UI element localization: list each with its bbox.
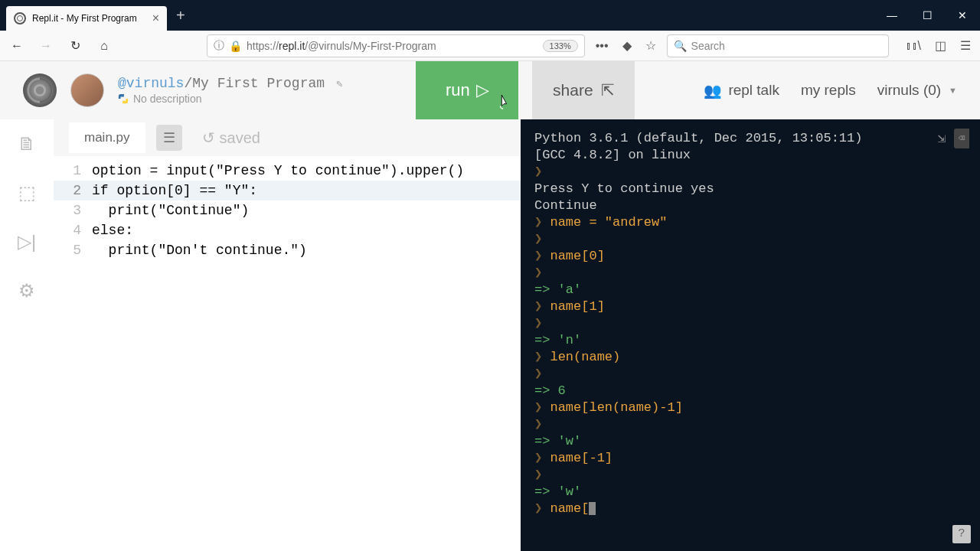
console-line: ❯ (534, 164, 966, 181)
people-icon: 👥 (704, 82, 722, 99)
back-button[interactable]: ← (6, 35, 28, 57)
history-icon: ↺ (202, 129, 215, 147)
chevron-down-icon: ▼ (949, 86, 957, 95)
editor-tab-bar: main.py ☰ ↺ saved (54, 119, 521, 156)
main-area: 🗎 ⬚ ▷| ⚙ main.py ☰ ↺ saved 1 2 3 4 5 opt… (0, 119, 980, 551)
console-line: ❯ (534, 265, 966, 282)
console-line: Continue (534, 197, 966, 214)
project-info: @virnuls/My First Program ✎ No descripti… (118, 76, 342, 105)
console-line: ❯ (534, 231, 966, 248)
console-line: ❯ name[0] (534, 248, 966, 265)
saved-indicator: ↺ saved (202, 129, 260, 147)
repl-talk-link[interactable]: 👥 repl talk (704, 82, 779, 99)
bookmark-star-icon[interactable]: ☆ (642, 38, 659, 53)
console-line: => 'w' (534, 484, 966, 500)
window-controls: — ☐ ✕ (874, 0, 980, 31)
line-gutter: 1 2 3 4 5 (54, 161, 92, 551)
project-name: My First Program (192, 76, 325, 91)
app-header: @virnuls/My First Program ✎ No descripti… (0, 61, 980, 119)
console-banner: Python 3.6.1 (default, Dec 2015, 13:05:1… (534, 130, 966, 147)
url-text: https://repl.it/@virnuls/My-First-Progra… (247, 40, 538, 52)
my-repls-link[interactable]: my repls (801, 82, 856, 99)
code-line[interactable]: print("Don't continue.") (92, 240, 521, 260)
left-rail: 🗎 ⬚ ▷| ⚙ (0, 119, 54, 551)
console-line: ❯ name[len(name)-1] (534, 399, 966, 416)
share-icon: ⇱ (601, 81, 615, 99)
debugger-icon[interactable]: ▷| (18, 231, 36, 253)
console-line: ❯ (534, 366, 966, 383)
browser-tab-bar: Repl.it - My First Program × + — ☐ ✕ (0, 0, 980, 31)
packages-icon[interactable]: ⬚ (18, 182, 36, 204)
home-button[interactable]: ⌂ (93, 35, 115, 57)
account-dropdown[interactable]: virnuls (0)▼ (877, 82, 957, 99)
reload-button[interactable]: ↻ (64, 35, 86, 57)
code-line[interactable]: else: (92, 220, 521, 240)
console-line: => 'a' (534, 282, 966, 298)
code-content[interactable]: option = input("Press Y to continue").up… (92, 161, 521, 551)
info-icon[interactable]: ⓘ (214, 39, 224, 53)
search-icon: 🔍 (674, 40, 687, 52)
code-editor[interactable]: 1 2 3 4 5 option = input("Press Y to con… (54, 156, 521, 551)
pop-out-icon[interactable]: ⇲ (938, 130, 946, 147)
search-bar[interactable]: 🔍 Search (667, 34, 889, 57)
console-line: => 6 (534, 383, 966, 399)
settings-icon[interactable]: ⚙ (18, 280, 35, 302)
address-bar[interactable]: ⓘ 🔒 https://repl.it/@virnuls/My-First-Pr… (207, 34, 585, 57)
clear-console-icon[interactable]: ⌫ (954, 129, 969, 148)
sidebar-icon[interactable]: ◫ (932, 38, 949, 53)
console-line: => 'n' (534, 332, 966, 349)
editor-panel: main.py ☰ ↺ saved 1 2 3 4 5 option = inp… (54, 119, 521, 551)
library-icon[interactable]: ⫾⫾\ (903, 39, 924, 53)
console-line: ❯ name = "andrew" (534, 214, 966, 231)
share-button[interactable]: share ⇱ (532, 61, 635, 119)
browser-toolbar: ← → ↻ ⌂ ⓘ 🔒 https://repl.it/@virnuls/My-… (0, 31, 980, 61)
replit-logo[interactable] (23, 73, 57, 107)
code-line[interactable]: option = input("Press Y to continue").up… (92, 161, 521, 181)
pocket-icon[interactable]: ◆ (619, 38, 635, 53)
replit-favicon (14, 12, 26, 24)
help-button[interactable]: ? (952, 525, 971, 543)
code-line[interactable]: if option[0] == "Y": (92, 181, 521, 201)
search-placeholder: Search (691, 40, 725, 52)
minimize-button[interactable]: — (874, 0, 910, 31)
project-user[interactable]: @virnuls (118, 76, 184, 91)
format-icon[interactable]: ☰ (156, 125, 182, 151)
edit-name-icon[interactable]: ✎ (336, 78, 342, 90)
project-description: No description (133, 93, 202, 105)
python-icon (118, 93, 129, 104)
console-line: Press Y to continue yes (534, 181, 966, 197)
file-tab-main[interactable]: main.py (69, 122, 145, 153)
code-line[interactable]: print("Continue") (92, 201, 521, 220)
console-line: ❯ len(name) (534, 349, 966, 366)
new-tab-button[interactable]: + (167, 7, 194, 24)
zoom-badge[interactable]: 133% (543, 40, 578, 52)
console-line: ❯ (534, 315, 966, 332)
console-output[interactable]: ❯Press Y to continue yesContinue❯ name =… (534, 164, 966, 517)
console-line: ❯ name[ (534, 500, 966, 517)
console-line: ❯ name[-1] (534, 450, 966, 467)
play-icon: ▷ (476, 80, 489, 100)
console-line: ❯ name[1] (534, 298, 966, 315)
close-window-button[interactable]: ✕ (945, 0, 980, 31)
browser-tab[interactable]: Repl.it - My First Program × (6, 6, 167, 31)
tab-title: Repl.it - My First Program (32, 13, 146, 24)
close-tab-icon[interactable]: × (152, 11, 159, 25)
console-panel[interactable]: ⇲ ⌫ Python 3.6.1 (default, Dec 2015, 13:… (521, 119, 980, 551)
console-line: ❯ (534, 416, 966, 433)
user-avatar[interactable] (70, 73, 104, 107)
forward-button[interactable]: → (35, 35, 57, 57)
menu-icon[interactable]: ☰ (957, 38, 974, 53)
console-banner2: [GCC 4.8.2] on linux (534, 147, 966, 164)
svg-point-1 (34, 85, 44, 95)
maximize-button[interactable]: ☐ (910, 0, 945, 31)
console-line: => 'w' (534, 433, 966, 450)
files-icon[interactable]: 🗎 (18, 133, 36, 155)
lock-icon: 🔒 (229, 40, 242, 52)
more-icon[interactable]: ••• (593, 39, 612, 53)
run-button[interactable]: run ▷ (416, 61, 518, 119)
console-line: ❯ (534, 467, 966, 484)
